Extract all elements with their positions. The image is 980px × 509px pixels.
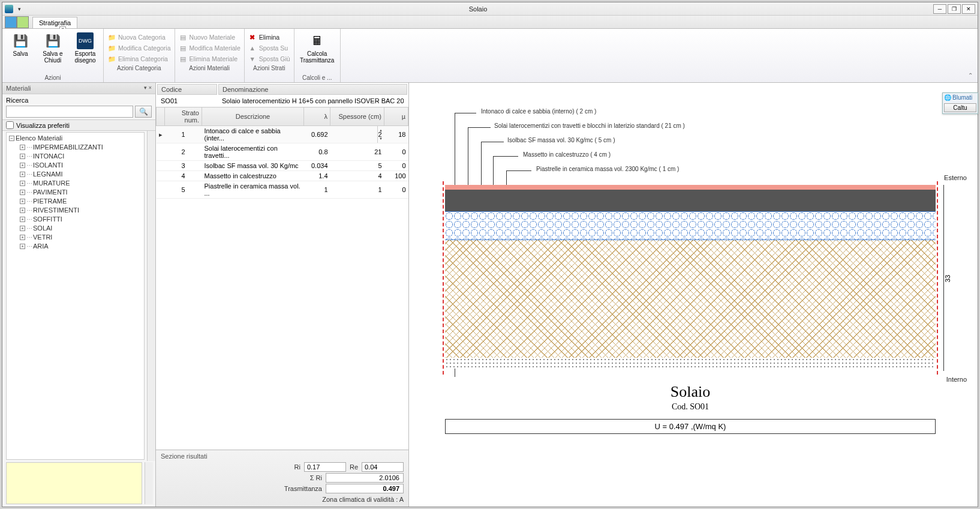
cell-spessore[interactable]: 1	[330, 181, 384, 199]
collapse-icon[interactable]: −	[9, 136, 14, 141]
close-button[interactable]: ✕	[962, 4, 975, 14]
notes-scrollbar[interactable]	[145, 462, 153, 504]
tree-node[interactable]: +⋯SOFFITTI	[20, 215, 144, 224]
expand-icon[interactable]: +	[20, 226, 25, 231]
col-lambda[interactable]: λ	[304, 107, 330, 126]
cell-mu[interactable]: 18	[384, 126, 408, 143]
expand-icon[interactable]: +	[20, 172, 25, 177]
layers-grid[interactable]: Strato num. Descrizione λ Spessore (cm) …	[156, 107, 408, 199]
cell-lambda[interactable]: 1.4	[304, 171, 330, 181]
tree-node[interactable]: +⋯PIETRAME	[20, 197, 144, 206]
cell-num[interactable]: 4	[165, 171, 202, 181]
floating-widget[interactable]: 🌐Blumati Caltu	[942, 92, 978, 114]
cell-desc[interactable]: Massetto in calcestruzzo	[202, 171, 304, 181]
ribbon-tab-stratigrafia[interactable]: Stratigrafia S	[32, 17, 77, 28]
cell-spessore[interactable]: 2▲▼	[330, 126, 384, 143]
save-close-button[interactable]: 💾 Salva e Chiudi	[38, 31, 67, 73]
expand-icon[interactable]: +	[20, 154, 25, 159]
tree-node[interactable]: +⋯IMPERMEABILIZZANTI	[20, 143, 144, 152]
panel-menu-button[interactable]: ▾ ×	[144, 85, 152, 92]
search-button[interactable]: 🔍	[135, 106, 152, 118]
cell-num[interactable]: 5	[165, 181, 202, 199]
search-input[interactable]	[6, 106, 133, 118]
tree-connector: ⋯	[26, 143, 32, 152]
delete-layer-button[interactable]: ✖Elimina	[248, 32, 290, 42]
edit-material-button[interactable]: ▤Modifica Materiale	[179, 43, 241, 53]
table-row[interactable]: 3Isolbac SF massa vol. 30 Kg/mc0.03450	[157, 161, 408, 171]
expand-icon[interactable]: +	[20, 145, 25, 150]
move-down-button[interactable]: ▼Sposta Giù	[248, 54, 290, 64]
tree-node[interactable]: +⋯VETRI	[20, 233, 144, 242]
restore-button[interactable]: ❐	[948, 4, 961, 14]
expand-icon[interactable]: +	[20, 163, 25, 168]
cell-desc[interactable]: Intonaco di calce e sabbia (inter...	[202, 126, 304, 143]
ri-input[interactable]	[304, 462, 346, 472]
re-input[interactable]	[362, 462, 404, 472]
new-material-button[interactable]: ▤Nuovo Materiale	[179, 32, 241, 42]
tree-node[interactable]: +⋯ARIA	[20, 242, 144, 251]
table-row[interactable]: ▸1Intonaco di calce e sabbia (inter...0.…	[157, 126, 408, 143]
tree-node[interactable]: +⋯LEGNAMI	[20, 170, 144, 179]
expand-icon[interactable]: +	[20, 217, 25, 222]
col-desc[interactable]: Descrizione	[202, 107, 304, 126]
col-num[interactable]: Strato num.	[165, 107, 202, 126]
move-up-button[interactable]: ▲Sposta Su	[248, 43, 290, 53]
expand-icon[interactable]: +	[20, 244, 25, 249]
table-row[interactable]: 4Massetto in calcestruzzo1.44100	[157, 171, 408, 181]
edit-category-button[interactable]: 📁Modifica Categoria	[107, 43, 171, 53]
cell-mu[interactable]: 100	[384, 171, 408, 181]
ribbon-collapse-button[interactable]: ⌃	[966, 70, 975, 80]
delete-category-button[interactable]: 📁Elimina Categoria	[107, 54, 171, 64]
cell-lambda[interactable]: 0.8	[304, 143, 330, 161]
notes-area[interactable]	[6, 462, 142, 504]
cell-num[interactable]: 3	[165, 161, 202, 171]
float-button[interactable]: Caltu	[944, 103, 976, 112]
delete-material-button[interactable]: ▤Elimina Materiale	[179, 54, 241, 64]
cell-num[interactable]: 2	[165, 143, 202, 161]
tree-node[interactable]: +⋯INTONACI	[20, 152, 144, 161]
cell-mu[interactable]: 0	[384, 181, 408, 199]
expand-icon[interactable]: +	[20, 181, 25, 186]
denom-input[interactable]	[218, 96, 407, 106]
expand-icon[interactable]: +	[20, 199, 25, 204]
col-mu[interactable]: µ	[384, 107, 408, 126]
tree-node[interactable]: +⋯ISOLANTI	[20, 161, 144, 170]
tree-node[interactable]: +⋯MURATURE	[20, 179, 144, 188]
tree-node[interactable]: +⋯PAVIMENTI	[20, 188, 144, 197]
new-category-button[interactable]: 📁Nuova Categoria	[107, 32, 171, 42]
re-label: Re	[350, 463, 358, 471]
table-row[interactable]: 5Piastrelle in ceramica massa vol. ...11…	[157, 181, 408, 199]
save-button[interactable]: 💾 Salva	[6, 31, 35, 73]
tree-node[interactable]: +⋯SOLAI	[20, 224, 144, 233]
codice-input[interactable]	[157, 96, 217, 106]
cell-mu[interactable]: 0	[384, 161, 408, 171]
tree-scrollbar[interactable]	[147, 131, 155, 461]
cell-desc[interactable]: Piastrelle in ceramica massa vol. ...	[202, 181, 304, 199]
col-spessore[interactable]: Spessore (cm)	[330, 107, 384, 126]
cell-spessore[interactable]: 5	[330, 161, 384, 171]
spin-down[interactable]: ▼	[377, 134, 384, 143]
tree-root-node[interactable]: − Elenco Materiali	[9, 134, 144, 143]
tree-node[interactable]: +⋯RIVESTIMENTI	[20, 206, 144, 215]
cell-spessore[interactable]: 4	[330, 171, 384, 181]
cell-lambda[interactable]: 0.034	[304, 161, 330, 171]
cell-lambda[interactable]: 0.692	[304, 126, 330, 143]
minimize-button[interactable]: ─	[933, 4, 946, 14]
spin-up[interactable]: ▲	[377, 126, 384, 134]
quick-access-dropdown[interactable]: ▾	[18, 6, 23, 12]
cell-desc[interactable]: Isolbac SF massa vol. 30 Kg/mc	[202, 161, 304, 171]
cell-mu[interactable]: 0	[384, 143, 408, 161]
calc-transmittance-button[interactable]: 🖩 Calcola Trasmittanza	[298, 31, 336, 73]
expand-icon[interactable]: +	[20, 208, 25, 213]
expand-icon[interactable]: +	[20, 190, 25, 195]
cell-spessore[interactable]: 21	[330, 143, 384, 161]
cell-desc[interactable]: Solai laterocementizi con travetti...	[202, 143, 304, 161]
file-menu-button[interactable]	[5, 16, 29, 28]
expand-icon[interactable]: +	[20, 235, 25, 240]
table-row[interactable]: 2Solai laterocementizi con travetti...0.…	[157, 143, 408, 161]
favorites-checkbox[interactable]	[6, 121, 14, 129]
cell-lambda[interactable]: 1	[304, 181, 330, 199]
materials-tree[interactable]: − Elenco Materiali +⋯IMPERMEABILIZZANTI+…	[6, 132, 145, 460]
export-drawing-button[interactable]: DWG Esporta disegno	[71, 31, 100, 73]
cell-num[interactable]: 1	[165, 126, 202, 143]
